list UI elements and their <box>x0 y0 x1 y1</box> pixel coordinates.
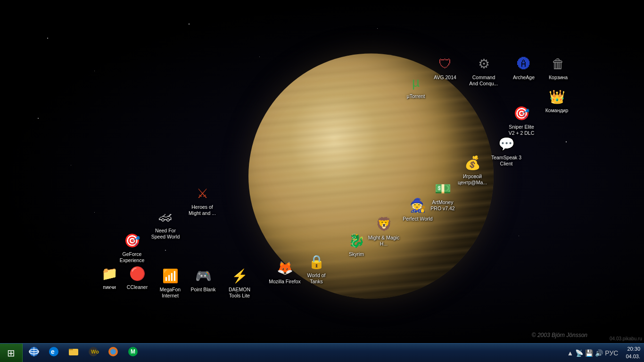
icon-label-point-blank: Point Blank <box>190 286 216 293</box>
taskbar-app-wot[interactable]: WoT <box>84 345 103 362</box>
system-tray: ▲ 📡 💾 🔊 РУС <box>563 349 622 357</box>
copyright-text: © 2003 Björn Jönsson <box>532 332 587 338</box>
taskbar-app-megafon-bar[interactable]: M <box>124 345 142 362</box>
icon-label-commander: Командир <box>545 107 570 114</box>
desktop-icon-megafon[interactable]: 📶MegaFon Internet <box>153 266 187 299</box>
icon-image-archeage: 🅐 <box>514 54 533 73</box>
tray-lang[interactable]: РУС <box>605 349 618 357</box>
taskbar-app-ie[interactable] <box>25 345 43 362</box>
icon-image-sniper-elite: 🎯 <box>512 104 531 123</box>
star <box>94 212 95 213</box>
icon-label-perfect-world: Perfect World <box>402 215 433 222</box>
tray-network[interactable]: 📡 <box>575 349 583 357</box>
icon-label-avg2014: AVG 2014 <box>433 74 457 81</box>
desktop-icon-daemon-tools[interactable]: ⚡DAEMON Tools Lite <box>223 266 256 299</box>
desktop-icon-might-magic[interactable]: 🦁Might & Magic H... <box>367 214 401 247</box>
desktop-icon-point-blank[interactable]: 🎮Point Blank <box>186 266 220 293</box>
icon-label-command-conquer: Command And Conqu... <box>467 74 501 87</box>
tray-hdd[interactable]: 💾 <box>585 349 593 357</box>
desktop-icon-command-conquer[interactable]: ⚙Command And Conqu... <box>467 54 501 87</box>
icon-image-geforce: 🎯 <box>123 231 141 250</box>
icon-label-megafon: MegaFon Internet <box>153 286 187 299</box>
desktop-icon-mozilla-firefox[interactable]: 🦊Mozilla Firefox <box>268 258 302 285</box>
icon-label-daemon-tools: DAEMON Tools Lite <box>223 286 256 299</box>
taskbar-apps: eWoTM <box>23 345 563 362</box>
tray-volume[interactable]: 🔊 <box>595 349 603 357</box>
desktop-icon-geforce[interactable]: 🎯GeForce Experience <box>115 231 149 263</box>
icon-label-artmoney: ArtMoney PRO v7.42 <box>426 199 460 212</box>
icon-label-folder-pikabu: пикчи <box>102 284 116 291</box>
taskbar-icon-explorer <box>68 346 79 360</box>
icon-image-command-conquer: ⚙ <box>474 54 493 73</box>
icon-image-commander: 👑 <box>547 87 566 106</box>
svg-text:e: e <box>51 348 55 355</box>
star <box>566 141 567 142</box>
taskbar-app-firefox[interactable] <box>104 345 123 362</box>
desktop-icon-archeage[interactable]: 🅐ArcheAge <box>507 54 541 81</box>
desktop-icon-need-for-speed[interactable]: 🏎Need For Speed World <box>149 207 182 240</box>
icon-image-folder-pikabu: 📁 <box>100 264 119 283</box>
desktop-icon-world-of-tanks[interactable]: 🔒World of Tanks <box>299 252 333 285</box>
icon-label-mozilla-firefox: Mozilla Firefox <box>268 278 302 285</box>
taskbar: ⊞ eWoTM ▲ 📡 💾 🔊 РУС 20:30 04.03. <box>0 343 644 362</box>
icon-label-ccleaner: CCleaner <box>126 284 149 291</box>
desktop-icon-igrovoy[interactable]: 💰Игровой центр@Ma... <box>455 153 489 186</box>
svg-rect-7 <box>69 349 73 350</box>
icon-image-daemon-tools: ⚡ <box>230 266 249 285</box>
star <box>47 38 48 39</box>
icon-label-igrovoy: Игровой центр@Ma... <box>455 173 489 186</box>
icon-label-geforce: GeForce Experience <box>115 251 149 263</box>
clock-time: 20:30 <box>626 346 640 353</box>
taskbar-icon-megafon-bar: M <box>127 346 139 360</box>
icon-image-need-for-speed: 🏎 <box>156 207 175 226</box>
icon-label-world-of-tanks: World of Tanks <box>299 272 333 285</box>
icon-image-world-of-tanks: 🔒 <box>307 252 326 271</box>
icon-image-ccleaner: 🔴 <box>128 264 147 283</box>
icon-image-utorrent: µ <box>406 73 425 92</box>
icon-image-igrovoy: 💰 <box>463 153 482 172</box>
desktop-icon-commander[interactable]: 👑Командир <box>540 87 574 114</box>
taskbar-icon-firefox <box>107 346 119 360</box>
icon-label-teamspeak: TeamSpeak 3 Client <box>489 154 523 167</box>
desktop-icon-utorrent[interactable]: µµTorrent <box>399 73 433 100</box>
svg-text:M: M <box>131 348 135 355</box>
desktop-icon-trash[interactable]: 🗑Корзина <box>541 54 575 81</box>
taskbar-app-edge[interactable]: e <box>44 345 63 362</box>
icon-label-heroes-might: Heroes of Might and ... <box>185 204 219 216</box>
icon-label-utorrent: µTorrent <box>406 93 426 100</box>
icon-image-megafon: 📶 <box>161 266 180 285</box>
icon-image-point-blank: 🎮 <box>194 266 213 285</box>
star <box>259 57 260 57</box>
icon-image-teamspeak: 💬 <box>497 134 516 153</box>
icon-image-trash: 🗑 <box>549 54 568 73</box>
icon-image-perfect-world: 🧙 <box>408 196 427 214</box>
icon-label-skyrim: Skyrim <box>348 251 365 258</box>
star <box>519 236 519 236</box>
system-clock[interactable]: 20:30 04.03. <box>622 346 644 360</box>
star <box>165 250 166 251</box>
star <box>38 118 39 119</box>
pikabu-watermark: 04.03.pikabu.ru <box>608 335 644 342</box>
icon-image-mozilla-firefox: 🦊 <box>275 258 294 277</box>
taskbar-icon-edge: e <box>48 346 59 360</box>
desktop-icon-sniper-elite[interactable]: 🎯Sniper Elite V2 + 2 DLC <box>504 104 538 136</box>
taskbar-app-explorer[interactable] <box>64 345 83 362</box>
star <box>377 28 378 29</box>
icon-image-artmoney: 💵 <box>433 179 452 198</box>
desktop-icon-avg2014[interactable]: 🛡AVG 2014 <box>428 54 462 81</box>
start-button[interactable]: ⊞ <box>0 344 23 362</box>
tray-arrow[interactable]: ▲ <box>567 349 574 357</box>
icon-image-heroes-might: ⚔ <box>193 184 212 203</box>
icon-label-need-for-speed: Need For Speed World <box>149 227 182 240</box>
icon-image-might-magic: 🦁 <box>374 214 393 233</box>
desktop-icon-heroes-might[interactable]: ⚔Heroes of Might and ... <box>185 184 219 216</box>
star <box>94 71 95 71</box>
icon-label-archeage: ArcheAge <box>512 74 536 81</box>
taskbar-icon-wot: WoT <box>88 346 99 360</box>
desktop-icon-teamspeak[interactable]: 💬TeamSpeak 3 Client <box>489 134 523 167</box>
desktop-icon-ccleaner[interactable]: 🔴CCleaner <box>120 264 154 291</box>
desktop-icon-artmoney[interactable]: 💵ArtMoney PRO v7.42 <box>426 179 460 212</box>
svg-point-11 <box>110 349 116 354</box>
clock-date: 04.03. <box>626 353 640 360</box>
icon-image-skyrim: 🐉 <box>347 231 366 250</box>
